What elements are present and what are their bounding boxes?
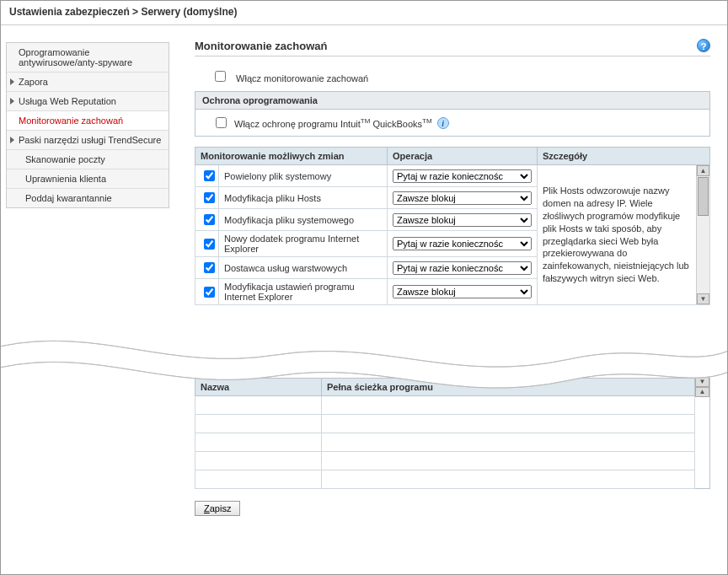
changes-table: Monitorowanie możliwych zmian Operacja S… [195,147,710,305]
sidebar-item-label: Zapora [19,77,48,87]
sidebar-item-label: Usługa Web Reputation [19,96,116,106]
sidebar-item-2[interactable]: Usługa Web Reputation [7,92,169,111]
blocked-programs-table: Nazwa Pełna ścieżka programu ▲ ▼ [195,378,710,489]
rule-checkbox[interactable] [204,170,215,181]
main-panel: Monitorowanie zachowań ? Włącz monitorow… [169,25,727,573]
scroll-up-icon[interactable]: ▲ [695,387,709,397]
table-row: Powielony plik systemowyPytaj w razie ko… [195,165,710,187]
changes-header: Monitorowanie możliwych zmian [195,148,388,165]
chevron-right-icon [10,137,14,143]
table-row [195,452,710,470]
rule-name: Modyfikacja pliku Hosts [219,187,388,209]
operation-select[interactable]: Pytaj w razie koniecznoścZawsze blokuj [393,191,532,205]
rule-checkbox[interactable] [204,192,215,203]
rule-checkbox[interactable] [204,214,215,225]
quickbooks-label: Włącz ochronę programu IntuitTM QuickBoo… [234,117,432,129]
enable-quickbooks-checkbox[interactable] [216,117,227,128]
sidebar: Oprogramowanie antywirusowe/anty-spyware… [1,25,169,573]
table-row [195,470,710,489]
sidebar-item-label: Monitorowanie zachowań [19,116,123,126]
operation-select[interactable]: Pytaj w razie koniecznoścZawsze blokuj [393,237,532,250]
blocked-programs-label: Lista zablokowanych programów [195,363,710,373]
sidebar-item-4[interactable]: Paski narzędzi usługi TrendSecure [7,131,169,150]
save-button[interactable]: Zapisz [195,501,240,516]
rule-name: Modyfikacja pliku systemowego [219,209,388,231]
operation-select[interactable]: Pytaj w razie koniecznoścZawsze blokuj [393,169,532,183]
breadcrumb: Ustawienia zabezpieczeń > Serwery (domyś… [1,1,727,25]
operation-select[interactable]: Pytaj w razie koniecznoścZawsze blokuj [393,261,532,275]
rule-name: Nowy dodatek programu Internet Explorer [219,231,388,257]
rule-checkbox[interactable] [204,239,215,250]
sidebar-item-1[interactable]: Zapora [7,73,169,92]
scroll-up-icon[interactable]: ▲ [697,165,709,176]
sidebar-item-label: Uprawnienia klienta [25,174,106,184]
blocked-col-path: Pełna ścieżka programu [322,379,695,396]
operation-select[interactable]: Pytaj w razie koniecznoścZawsze blokuj [393,213,532,227]
enable-behavior-label: Włącz monitorowanie zachowań [236,73,368,83]
sidebar-item-5[interactable]: Skanowanie poczty [7,150,169,169]
page-title: Monitorowanie zachowań [195,40,327,52]
details-text: Plik Hosts odwzorowuje nazwy domen na ad… [538,165,710,305]
sidebar-item-6[interactable]: Uprawnienia klienta [7,169,169,189]
scroll-thumb[interactable] [698,177,709,216]
sidebar-item-7[interactable]: Poddaj kwarantannie [7,189,169,207]
enable-behavior-checkbox[interactable] [215,71,226,82]
details-header: Szczegóły [538,148,710,165]
sidebar-item-label: Skanowanie poczty [25,154,105,164]
table-row [195,415,710,433]
chevron-right-icon [10,98,14,105]
chevron-right-icon [10,78,14,85]
rule-checkbox[interactable] [204,262,215,273]
table-row [195,396,710,415]
rule-name: Modyfikacja ustawień programu Internet E… [219,279,388,305]
software-protection-header: Ochrona oprogramowania [195,91,710,110]
blocked-col-name: Nazwa [195,379,322,396]
sidebar-item-label: Paski narzędzi usługi TrendSecure [19,135,161,145]
sidebar-item-label: Oprogramowanie antywirusowe/anty-spyware [19,47,132,67]
rule-name: Powielony plik systemowy [219,165,388,187]
operation-header: Operacja [388,148,538,165]
details-scrollbar[interactable]: ▲▼ [696,165,709,304]
info-icon[interactable]: i [437,117,449,129]
operation-select[interactable]: Pytaj w razie koniecznoścZawsze blokuj [393,285,532,298]
sidebar-item-3[interactable]: Monitorowanie zachowań [7,111,169,131]
scroll-down-icon[interactable]: ▼ [697,293,709,304]
help-icon[interactable]: ? [697,39,710,52]
sidebar-item-0[interactable]: Oprogramowanie antywirusowe/anty-spyware [7,43,169,73]
rule-checkbox[interactable] [204,287,215,298]
rule-name: Dostawca usług warstwowych [219,257,388,279]
sidebar-item-label: Poddaj kwarantannie [25,193,112,203]
table-row [195,433,710,452]
scroll-down-icon[interactable]: ▼ [695,377,709,387]
